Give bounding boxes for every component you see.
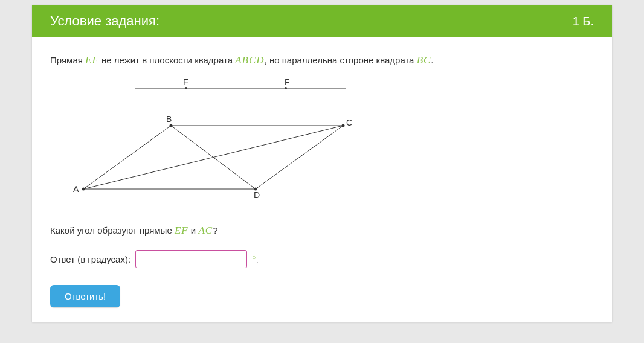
label-e: E (183, 77, 188, 87)
svg-point-2 (285, 87, 287, 89)
text-part: и (188, 225, 199, 236)
svg-line-9 (256, 126, 343, 189)
degree-unit: ○. (252, 254, 259, 265)
task-content: Прямая EF не лежит в плоскости квадрата … (32, 37, 612, 322)
problem-statement: Прямая EF не лежит в плоскости квадрата … (50, 54, 594, 66)
math-ef-2: EF (175, 225, 188, 236)
math-ef: EF (85, 54, 99, 66)
answer-input[interactable] (135, 250, 247, 268)
math-ac: AC (198, 225, 213, 236)
text-part: . (431, 55, 433, 65)
svg-point-1 (185, 87, 187, 89)
answer-row: Ответ (в градусах): ○. (50, 250, 594, 268)
submit-button[interactable]: Ответить! (50, 285, 120, 307)
task-title: Условие задания: (50, 13, 159, 29)
text-part: , но параллельна стороне квадрата (265, 55, 417, 65)
math-abcd: ABCD (235, 54, 264, 66)
text-part: Какой угол образуют прямые (50, 225, 175, 236)
label-d: D (254, 190, 260, 200)
label-c: C (346, 118, 352, 127)
text-part: ? (213, 225, 217, 236)
task-header: Условие задания: 1 Б. (32, 5, 612, 37)
question-text: Какой угол образуют прямые EF и AC? (50, 225, 594, 237)
svg-line-7 (83, 126, 171, 189)
text-part: не лежит в плоскости квадрата (99, 55, 235, 65)
diagram: E F A B C D (68, 77, 594, 207)
label-a: A (73, 184, 79, 194)
task-card: Условие задания: 1 Б. Прямая EF не лежит… (32, 5, 612, 322)
text-part: Прямая (50, 55, 85, 65)
label-f: F (285, 77, 290, 87)
label-b: B (166, 114, 172, 124)
task-score: 1 Б. (573, 14, 594, 28)
svg-line-12 (171, 126, 256, 189)
diagram-svg: E F A B C D (68, 77, 358, 204)
math-bc: BC (417, 54, 431, 66)
answer-label: Ответ (в градусах): (50, 254, 130, 264)
